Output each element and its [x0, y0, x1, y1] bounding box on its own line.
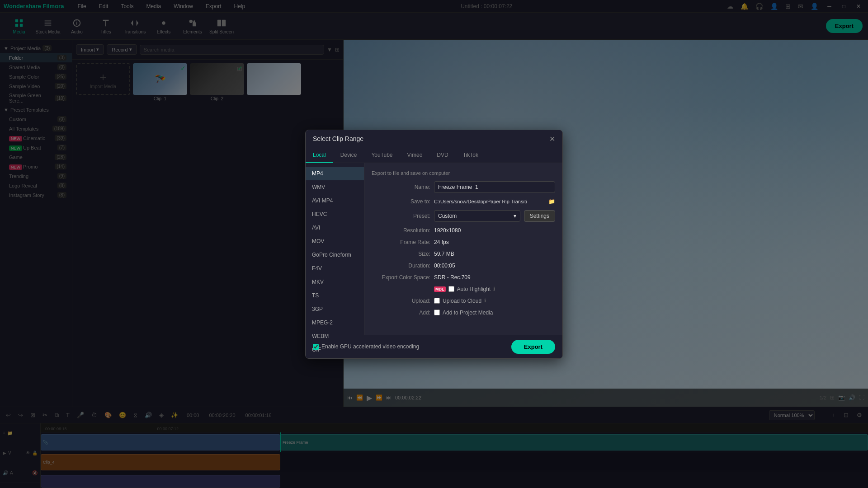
auto-highlight-checkbox[interactable] [448, 286, 454, 292]
upload-checkbox-row: Upload to Cloud ℹ [434, 298, 486, 304]
color-space-label: Export Color Space: [372, 274, 430, 281]
format-mpeg2[interactable]: MPEG-2 [306, 316, 364, 329]
upload-cloud-label: Upload to Cloud [443, 298, 481, 304]
dialog-tab-dvd[interactable]: DVD [429, 148, 455, 163]
resolution-label: Resolution: [372, 227, 430, 234]
dialog-overlay: Select Clip Range ✕ Local Device YouTube… [0, 0, 868, 488]
auto-highlight-checkbox-row: MDL Auto Highlight ℹ [434, 286, 495, 292]
resolution-value: 868x488 [434, 227, 461, 234]
dialog-tabs: Local Device YouTube Vimeo DVD TikTok [306, 148, 562, 163]
name-row: Name: [372, 181, 555, 193]
folder-browse-icon[interactable]: 📁 [548, 198, 555, 205]
dialog-tab-device[interactable]: Device [333, 148, 364, 163]
export-dialog: Select Clip Range ✕ Local Device YouTube… [305, 130, 563, 359]
format-avi-mp4[interactable]: AVI MP4 [306, 194, 364, 207]
format-mkv[interactable]: MKV [306, 275, 364, 289]
upload-cloud-checkbox[interactable] [434, 298, 440, 304]
frame-rate-row: Frame Rate: 24 fps [372, 239, 555, 245]
frame-rate-value: 24 fps [434, 239, 449, 245]
format-f4v[interactable]: F4V [306, 262, 364, 275]
duration-row: Duration: 00:00:05 [372, 263, 555, 269]
preset-label: Preset: [372, 213, 430, 219]
auto-highlight-info-icon[interactable]: ℹ [493, 286, 495, 292]
frame-rate-label: Frame Rate: [372, 239, 430, 245]
format-mp3[interactable]: MP3 [306, 357, 364, 359]
format-avi[interactable]: AVI [306, 221, 364, 235]
duration-label: Duration: [372, 263, 430, 269]
resolution-row: Resolution: 868x488 [372, 227, 555, 234]
size-row: Size: 59.7 MB [372, 251, 555, 257]
gpu-checkbox[interactable] [313, 344, 319, 350]
dialog-tab-vimeo[interactable]: Vimeo [400, 148, 430, 163]
size-label: Size: [372, 251, 430, 257]
dialog-title: Select Clip Range [313, 135, 363, 142]
upload-info-icon[interactable]: ℹ [484, 298, 486, 304]
auto-highlight-row: MDL Auto Highlight ℹ [372, 286, 555, 292]
add-label: Add: [372, 310, 430, 316]
dialog-tab-tiktok[interactable]: TikTok [456, 148, 486, 163]
dialog-header: Select Clip Range ✕ [306, 130, 562, 148]
add-project-checkbox[interactable] [434, 310, 440, 315]
name-label: Name: [372, 184, 430, 190]
add-row: Add: Add to Project Media [372, 310, 555, 316]
format-gopro[interactable]: GoPro Cineform [306, 248, 364, 262]
dialog-body: MP4 WMV AVI MP4 HEVC AVI MOV GoPro Cinef… [306, 163, 562, 335]
mdl-badge: MDL [434, 286, 446, 292]
gpu-checkbox-row: Enable GPU accelerated video encoding [313, 343, 419, 350]
format-list: MP4 WMV AVI MP4 HEVC AVI MOV GoPro Cinef… [306, 163, 364, 335]
preset-chevron: ▾ [514, 213, 516, 219]
gpu-label: Enable GPU accelerated video encoding [321, 343, 419, 350]
dialog-close-button[interactable]: ✕ [549, 135, 555, 143]
add-checkbox-row: Add to Project Media [434, 310, 493, 316]
size-value: 59.7 MB [434, 251, 454, 257]
add-project-label: Add to Project Media [443, 310, 493, 316]
upload-row: Upload: Upload to Cloud ℹ [372, 298, 555, 304]
auto-highlight-label: Auto Highlight [457, 286, 491, 292]
format-ts[interactable]: TS [306, 289, 364, 302]
preset-select[interactable]: Custom ▾ [434, 210, 520, 222]
dialog-tab-youtube[interactable]: YouTube [364, 148, 400, 163]
upload-label: Upload: [372, 298, 430, 304]
color-space-value: SDR - Rec.709 [434, 274, 471, 281]
format-wmv[interactable]: WMV [306, 180, 364, 194]
duration-value: 00:00:05 [434, 263, 455, 269]
format-mov[interactable]: MOV [306, 235, 364, 248]
color-space-row: Export Color Space: SDR - Rec.709 [372, 274, 555, 281]
save-to-row: Save to: C:/Users/snow/Desktop/Paper Rip… [372, 198, 555, 205]
export-description: Export to file and save on computer [372, 170, 555, 176]
preset-row: Preset: Custom ▾ Settings [372, 210, 555, 222]
dialog-tab-local[interactable]: Local [306, 148, 333, 163]
settings-button[interactable]: Settings [524, 210, 555, 222]
save-to-label: Save to: [372, 198, 430, 205]
format-mp4[interactable]: MP4 [306, 167, 364, 180]
preset-value: Custom [438, 213, 457, 219]
format-3gp[interactable]: 3GP [306, 302, 364, 316]
format-hevc[interactable]: HEVC [306, 207, 364, 221]
save-to-path: C:/Users/snow/Desktop/Paper Rip Transiti [434, 199, 543, 204]
format-settings: Export to file and save on computer Name… [364, 163, 562, 335]
name-input[interactable] [434, 181, 555, 193]
format-webm[interactable]: WEBM [306, 329, 364, 343]
dialog-export-button[interactable]: Export [511, 340, 555, 354]
